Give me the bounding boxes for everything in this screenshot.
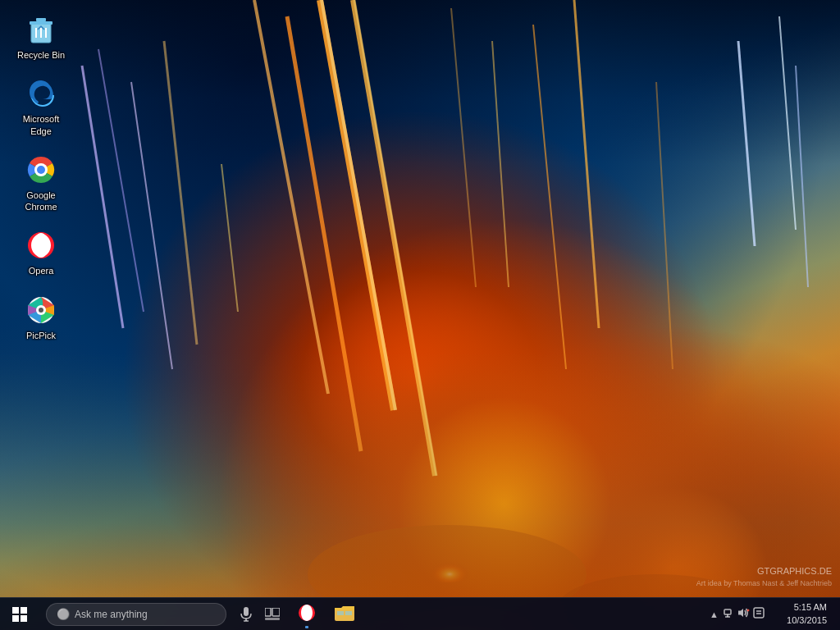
svg-line-11: [779, 16, 796, 230]
svg-line-0: [353, 0, 435, 476]
svg-line-3: [322, 0, 395, 410]
recycle-bin-label: Recycle Bin: [17, 49, 65, 61]
opera-label: Opera: [29, 265, 54, 276]
svg-line-5: [254, 0, 328, 394]
svg-rect-38: [244, 607, 249, 616]
svg-rect-43: [265, 618, 280, 620]
edge-label: Microsoft Edge: [23, 113, 60, 137]
picpick-image: [25, 294, 57, 326]
google-chrome-icon[interactable]: Google Chrome: [8, 148, 74, 218]
pinned-apps: [289, 598, 363, 631]
atmosphere: [0, 351, 840, 597]
search-icon: ⚪: [57, 608, 70, 620]
svg-line-14: [533, 25, 566, 369]
svg-line-8: [131, 82, 172, 369]
volume-icon[interactable]: [737, 607, 750, 621]
microsoft-edge-icon[interactable]: Microsoft Edge: [8, 72, 74, 142]
show-hidden-icons-button[interactable]: ▲: [710, 609, 719, 619]
svg-line-18: [656, 82, 673, 369]
task-view-icon: [265, 608, 280, 621]
svg-point-37: [39, 308, 43, 313]
chrome-image: [25, 153, 57, 186]
svg-line-13: [574, 0, 599, 328]
svg-line-9: [164, 41, 197, 345]
svg-line-4: [287, 16, 361, 451]
desktop-icons: Recycle Bin Microsoft Edge: [8, 8, 74, 346]
windows-logo-pane-bl: [12, 615, 19, 622]
meteor-effects: [0, 0, 840, 630]
clock-date: 10/3/2015: [787, 614, 827, 627]
chrome-label: Google Chrome: [25, 189, 57, 213]
svg-line-16: [451, 8, 476, 287]
svg-line-1: [354, 0, 436, 476]
svg-line-12: [796, 66, 808, 287]
svg-line-7: [98, 49, 144, 312]
explorer-taskbar-app[interactable]: [326, 598, 363, 631]
network-icon[interactable]: [722, 607, 733, 621]
svg-line-6: [82, 66, 123, 328]
taskbar-clock[interactable]: 5:15 AM 10/3/2015: [768, 601, 833, 627]
recycle-bin-image: [25, 13, 57, 46]
picpick-label: PicPick: [26, 330, 56, 341]
svg-line-2: [320, 0, 394, 410]
windows-logo-pane-tr: [21, 607, 27, 614]
explorer-taskbar-icon: [335, 604, 354, 625]
opera-active-indicator: [305, 626, 308, 628]
svg-point-31: [37, 166, 45, 174]
svg-line-15: [221, 164, 238, 312]
windows-logo: [12, 607, 27, 622]
svg-line-17: [492, 41, 509, 287]
search-placeholder: Ask me anything: [75, 609, 148, 620]
edge-image: [25, 77, 57, 110]
opera-taskbar-app[interactable]: [289, 598, 325, 631]
system-tray: ▲: [710, 601, 840, 627]
opera-icon[interactable]: Opera: [8, 224, 74, 281]
windows-logo-pane-tl: [12, 607, 19, 614]
mic-icon: [240, 606, 252, 623]
taskbar: ⚪ Ask me anything: [0, 597, 840, 630]
svg-rect-47: [345, 611, 352, 615]
svg-rect-53: [754, 608, 764, 618]
svg-line-10: [738, 41, 755, 246]
svg-rect-25: [30, 21, 52, 25]
watermark-line1: GTGRAPHICS.DE: [696, 564, 832, 578]
space-overlay: [0, 0, 840, 164]
svg-rect-42: [272, 608, 280, 616]
desktop: Recycle Bin Microsoft Edge: [0, 0, 840, 630]
svg-rect-46: [337, 611, 344, 615]
svg-rect-26: [36, 18, 46, 21]
picpick-icon[interactable]: PicPick: [8, 289, 74, 346]
watermark: GTGRAPHICS.DE Art idea by Thomas Nast & …: [696, 564, 832, 589]
svg-rect-41: [265, 608, 271, 616]
clock-time: 5:15 AM: [794, 601, 827, 614]
watermark-line2: Art idea by Thomas Nast & Jeff Nachtrieb: [696, 578, 832, 590]
opera-taskbar-icon: [297, 603, 317, 626]
cortana-mic-button[interactable]: [233, 598, 259, 631]
task-view-button[interactable]: [259, 598, 285, 631]
recycle-bin-icon[interactable]: Recycle Bin: [8, 8, 74, 66]
taskbar-search[interactable]: ⚪ Ask me anything: [46, 603, 226, 626]
start-button[interactable]: [0, 598, 39, 631]
svg-point-21: [381, 500, 513, 582]
windows-logo-pane-br: [21, 615, 27, 622]
svg-rect-48: [724, 609, 731, 614]
action-center-icon[interactable]: [753, 607, 765, 621]
opera-image: [25, 229, 57, 262]
